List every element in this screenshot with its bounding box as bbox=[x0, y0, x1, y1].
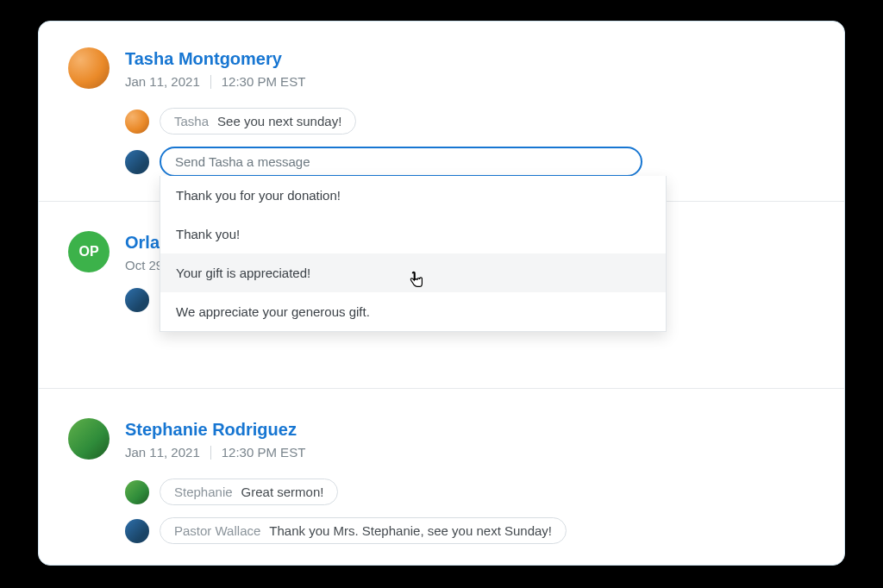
meta-separator bbox=[210, 75, 211, 89]
message-list: Tasha See you next sunday! Thank you for… bbox=[125, 108, 815, 177]
avatar[interactable]: OP bbox=[68, 231, 110, 272]
suggestion-item[interactable]: We appreciate your generous gift. bbox=[160, 292, 666, 331]
message-sender: Pastor Wallace bbox=[174, 523, 260, 538]
message-text: See you next sunday! bbox=[217, 114, 341, 128]
thread-1: Tasha Montgomery Jan 11, 2021 12:30 PM E… bbox=[39, 22, 844, 202]
message-list: Stephanie Great sermon! Pastor Wallace T… bbox=[125, 479, 815, 544]
avatar[interactable] bbox=[125, 288, 149, 312]
avatar[interactable] bbox=[125, 480, 149, 504]
meta-separator bbox=[210, 446, 211, 460]
message-bubble: Stephanie Great sermon! bbox=[160, 479, 338, 505]
suggestion-item[interactable]: Thank you for your donation! bbox=[160, 176, 666, 215]
contact-name-link[interactable]: Orla bbox=[125, 233, 160, 253]
thread-header: Tasha Montgomery Jan 11, 2021 12:30 PM E… bbox=[68, 47, 815, 89]
avatar[interactable] bbox=[125, 150, 149, 174]
avatar[interactable] bbox=[125, 519, 149, 543]
message-sender: Tasha bbox=[174, 114, 209, 128]
message-bubble: Tasha See you next sunday! bbox=[160, 108, 356, 134]
message-bubble: Pastor Wallace Thank you Mrs. Stephanie,… bbox=[160, 517, 567, 544]
message-threads-card: Tasha Montgomery Jan 11, 2021 12:30 PM E… bbox=[38, 21, 845, 566]
avatar[interactable] bbox=[125, 109, 149, 134]
suggestion-item[interactable]: Thank you! bbox=[160, 215, 666, 253]
message-row: Stephanie Great sermon! bbox=[125, 479, 815, 505]
thread-header: Stephanie Rodriguez Jan 11, 2021 12:30 P… bbox=[68, 418, 815, 460]
message-text: Thank you Mrs. Stephanie, see you next S… bbox=[269, 523, 552, 538]
thread-3: Stephanie Rodriguez Jan 11, 2021 12:30 P… bbox=[39, 389, 844, 566]
thread-date: Oct 29 bbox=[125, 258, 163, 272]
thread-date: Jan 11, 2021 bbox=[125, 445, 200, 460]
avatar[interactable] bbox=[68, 418, 110, 460]
thread-title-block: Orla Oct 29 bbox=[125, 231, 163, 272]
message-row: Tasha See you next sunday! bbox=[125, 108, 815, 134]
contact-name-link[interactable]: Stephanie Rodriguez bbox=[125, 420, 297, 440]
thread-title-block: Tasha Montgomery Jan 11, 2021 12:30 PM E… bbox=[125, 47, 305, 89]
message-row: Pastor Wallace Thank you Mrs. Stephanie,… bbox=[125, 517, 815, 544]
message-text: Great sermon! bbox=[241, 485, 324, 499]
thread-meta: Oct 29 bbox=[125, 258, 163, 272]
compose-row: Thank you for your donation! Thank you! … bbox=[125, 147, 815, 177]
message-suggestions-dropdown: Thank you for your donation! Thank you! … bbox=[160, 176, 667, 332]
thread-date: Jan 11, 2021 bbox=[125, 74, 200, 89]
message-input[interactable] bbox=[160, 147, 642, 177]
suggestion-item[interactable]: Your gift is appreciated! bbox=[160, 253, 666, 292]
thread-meta: Jan 11, 2021 12:30 PM EST bbox=[125, 74, 305, 89]
avatar[interactable] bbox=[68, 47, 110, 89]
thread-time: 12:30 PM EST bbox=[222, 445, 306, 460]
thread-time: 12:30 PM EST bbox=[222, 74, 306, 89]
message-sender: Stephanie bbox=[174, 485, 233, 499]
thread-title-block: Stephanie Rodriguez Jan 11, 2021 12:30 P… bbox=[125, 418, 305, 460]
thread-meta: Jan 11, 2021 12:30 PM EST bbox=[125, 445, 305, 460]
contact-name-link[interactable]: Tasha Montgomery bbox=[125, 49, 282, 69]
